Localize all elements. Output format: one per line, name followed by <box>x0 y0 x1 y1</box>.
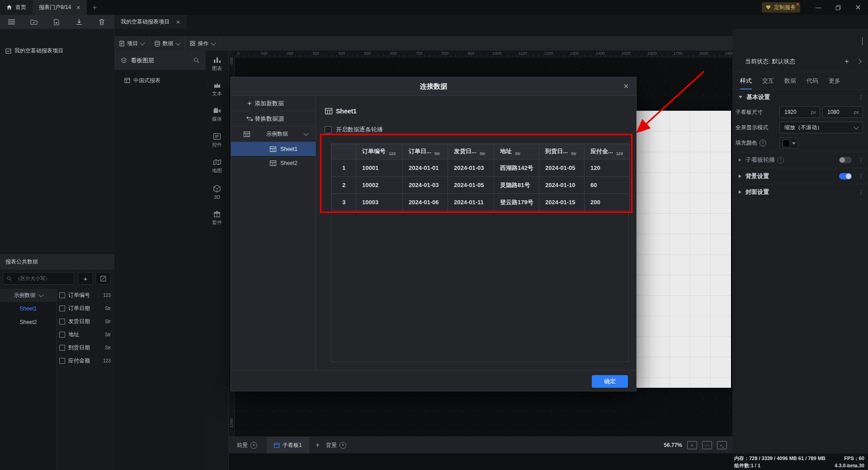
menu-data[interactable]: 数据 <box>150 36 185 51</box>
field-row[interactable]: 地址Str <box>57 328 114 341</box>
column-type-badge: Str <box>434 151 440 156</box>
field-row[interactable]: 到货日期Str <box>57 341 114 354</box>
field-checkbox[interactable] <box>59 345 65 351</box>
confirm-button[interactable]: 确定 <box>592 375 628 388</box>
tab-portal[interactable]: 报表门户8/14 ✕ <box>33 0 87 15</box>
carousel-checkbox[interactable] <box>325 126 332 133</box>
board-width-field[interactable]: px <box>779 106 820 118</box>
close-button[interactable]: ✕ <box>848 0 868 15</box>
add-new-data-item[interactable]: + 添加新数据 <box>231 96 316 111</box>
menu-project[interactable]: 项目 <box>114 36 150 51</box>
edit-dataset-button[interactable] <box>95 272 111 285</box>
zoom-level[interactable]: 56.77% <box>664 442 682 448</box>
settings-tab-代码[interactable]: 代码 <box>807 72 818 89</box>
kebab-menu-icon[interactable]: ⋮ <box>858 191 863 193</box>
background-add-icon[interactable]: + <box>340 442 346 449</box>
chevron-right-icon[interactable] <box>856 59 861 64</box>
field-checkbox[interactable] <box>59 306 65 311</box>
settings-tab-样式[interactable]: 样式 <box>740 72 752 89</box>
board-height-field[interactable]: px <box>822 106 863 118</box>
replace-datasource-item[interactable]: 替换数据源 <box>231 111 316 127</box>
kebab-menu-icon[interactable]: ⋮ <box>858 159 863 161</box>
field-row[interactable]: 订单编号123 <box>57 289 114 302</box>
background-toggle-on[interactable] <box>839 173 852 179</box>
cover-settings-row[interactable]: 封面设置 ⋮ <box>732 184 868 200</box>
project-tab-close-icon[interactable]: ✕ <box>176 19 180 25</box>
table-column-header[interactable]: 订单日...Str <box>403 144 448 160</box>
table-column-header[interactable]: 订单编号123 <box>356 144 403 160</box>
delete-icon[interactable] <box>90 15 113 29</box>
fullscreen-mode-select[interactable]: 缩放（不滚动） <box>779 122 863 133</box>
background-tab[interactable]: 背景 <box>326 442 337 449</box>
add-state-button[interactable]: + <box>844 57 849 66</box>
new-tab-button[interactable]: + <box>87 0 102 15</box>
new-folder-icon[interactable] <box>23 15 45 29</box>
custom-service-badge[interactable]: 定制服务 <box>762 2 800 13</box>
tab-home[interactable]: 首页 <box>0 0 33 15</box>
modal-sheet-sheet2[interactable]: Sheet2 <box>231 156 316 170</box>
comp-control[interactable]: 控件 <box>206 133 229 159</box>
field-checkbox[interactable] <box>59 292 65 298</box>
console-icon[interactable]: >_ <box>717 441 727 449</box>
menu-icon[interactable] <box>0 15 23 29</box>
foreground-tab[interactable]: 前景 <box>237 442 248 449</box>
table-column-header[interactable]: 地址Str <box>494 144 539 160</box>
menu-operation[interactable]: 操作 <box>185 36 220 51</box>
background-settings-row[interactable]: 背景设置 ⋮ <box>732 168 868 184</box>
restore-button[interactable] <box>828 0 848 15</box>
board-height-input[interactable] <box>826 108 849 116</box>
settings-tab-交互[interactable]: 交互 <box>762 72 774 89</box>
comp-3d[interactable]: 3D <box>206 185 229 211</box>
current-state-label: 当前状态: 默认状态 <box>745 57 795 66</box>
modal-sheet-sheet1[interactable]: Sheet1 <box>231 142 316 156</box>
new-file-icon[interactable] <box>45 15 68 29</box>
field-checkbox[interactable] <box>59 319 65 324</box>
keyboard-shortcuts-icon[interactable]: ⋯ <box>702 441 712 449</box>
data-search-input[interactable] <box>14 275 66 282</box>
data-search-box[interactable] <box>3 272 74 285</box>
project-tree-root[interactable]: 我的空基础报表项目 <box>5 47 63 55</box>
minimize-button[interactable]: — <box>808 0 828 15</box>
subboard-carousel-row[interactable]: 子看板轮播 ? ⋮ <box>732 152 868 168</box>
comp-media[interactable]: 媒体 <box>206 108 229 133</box>
fill-color-picker[interactable] <box>779 137 798 149</box>
field-row[interactable]: 订单日期Str <box>57 302 114 315</box>
add-subboard-button[interactable]: + <box>316 441 320 449</box>
sheet-tab-sheet2[interactable]: Sheet2 <box>0 315 57 329</box>
panel-collapse-icon[interactable] <box>862 37 863 45</box>
dataset-select[interactable]: 示例数据 <box>0 289 57 302</box>
field-row[interactable]: 应付金额123 <box>57 354 114 367</box>
table-column-header[interactable]: 到货日...Str <box>539 144 585 160</box>
kebab-menu-icon[interactable]: ⋮ <box>858 175 863 177</box>
kebab-menu-icon[interactable]: ⋮ <box>858 96 863 98</box>
layer-item-china-report[interactable]: 中国式报表 <box>114 74 206 87</box>
add-dataset-button[interactable]: + <box>78 272 93 285</box>
carousel-checkbox-row[interactable]: 开启数据逐条轮播 <box>325 126 383 134</box>
basic-settings-header[interactable]: 基本设置 ⋮ <box>732 89 868 104</box>
table-column-header[interactable]: 发货日...Str <box>448 144 494 160</box>
field-checkbox[interactable] <box>59 332 65 338</box>
table-column-header[interactable]: 应付金...123 <box>585 144 630 160</box>
carousel-toggle-off[interactable] <box>839 157 852 163</box>
public-data-header[interactable]: 报表公共数据 <box>0 254 114 269</box>
field-row[interactable]: 发货日期Str <box>57 315 114 328</box>
sheet-tab-sheet1[interactable]: Sheet1 <box>0 302 57 315</box>
subboard-tab-active[interactable]: 子看板1 <box>267 437 309 453</box>
comp-text[interactable]: 文本 <box>206 82 229 108</box>
tab-portal-label: 报表门户8/14 <box>39 4 71 11</box>
comp-kit[interactable]: 套件 <box>206 211 229 236</box>
settings-tab-更多[interactable]: 更多 <box>829 72 840 89</box>
comp-chart[interactable]: 图表 <box>206 56 229 82</box>
foreground-add-icon[interactable]: + <box>250 442 257 449</box>
project-document-tab[interactable]: 我的空基础报表项目 ✕ <box>114 15 187 29</box>
import-icon[interactable] <box>68 15 90 29</box>
modal-close-icon[interactable]: ✕ <box>623 82 629 90</box>
dataset-dropdown-item[interactable]: 示例数据 <box>231 127 316 142</box>
tab-close-icon[interactable]: ✕ <box>76 5 80 11</box>
fit-screen-icon[interactable]: ⊹ <box>687 441 697 449</box>
search-icon[interactable] <box>193 57 199 63</box>
field-checkbox[interactable] <box>59 358 65 364</box>
comp-map[interactable]: 地图 <box>206 159 229 185</box>
settings-tab-数据[interactable]: 数据 <box>784 72 796 89</box>
board-width-input[interactable] <box>783 108 806 116</box>
